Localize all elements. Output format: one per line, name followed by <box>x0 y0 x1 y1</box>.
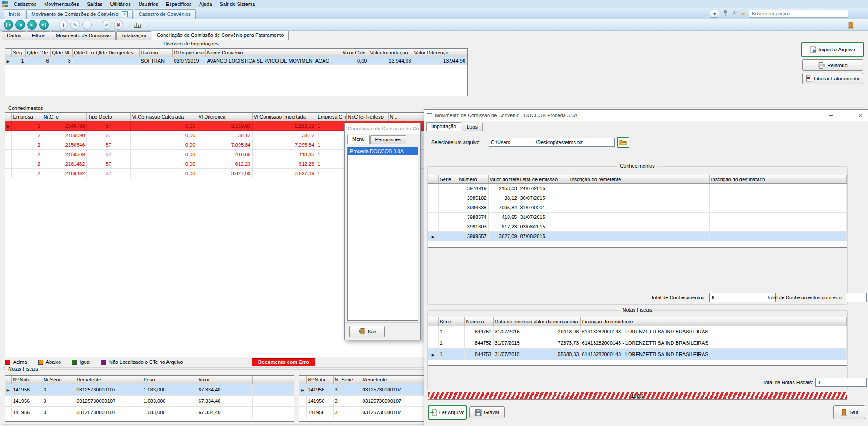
historico-grid: Seq.Qtde CTeQtde NFQtde ErroQtde Divirge… <box>5 48 468 96</box>
application-window: Cadastros Movimentações Saídas Utilitári… <box>0 0 868 426</box>
first-record-button[interactable]: ◀ <box>4 20 13 30</box>
menu-list: Proceda DOCCOB 3.0A <box>347 147 418 321</box>
close-tab-icon[interactable]: × <box>122 11 128 17</box>
star-icon[interactable]: ★ <box>740 10 746 17</box>
window-minimize-button[interactable] <box>824 110 838 121</box>
maximize-icon <box>844 114 848 117</box>
tab-menu[interactable]: Menu <box>347 135 370 144</box>
previous-record-button[interactable]: ◀ <box>15 20 25 30</box>
window-close-button[interactable]: × <box>853 110 868 121</box>
tab-inicio[interactable]: Início <box>4 9 25 19</box>
menu-dialog-footer: Sair <box>345 322 420 340</box>
next-record-button[interactable]: ▶ <box>27 20 37 30</box>
chart-button[interactable] <box>133 21 141 28</box>
menu-bar: Cadastros Movimentações Saídas Utilitári… <box>0 0 868 8</box>
tab-importacao[interactable]: Importação <box>426 122 461 131</box>
menu-item-especificos[interactable]: Específicos <box>162 1 195 7</box>
cancel-button[interactable]: ✘ <box>114 20 123 30</box>
total-notas-field[interactable]: 3 <box>815 378 867 387</box>
conciliacao-menu-dialog: Conciliação de Comissão de Co Menu Permi… <box>344 123 421 340</box>
total-conhecimentos-label: Total de Conhecimentos: <box>615 295 706 300</box>
relatorio-button[interactable]: Relatório <box>802 59 863 71</box>
table-row: 398518238,1230/07/2015 <box>428 193 847 203</box>
path-divider <box>534 139 534 145</box>
chevron-down-icon[interactable]: ▾ <box>710 10 719 18</box>
minimize-icon <box>829 115 833 116</box>
browse-file-button[interactable] <box>617 137 629 148</box>
progress-bar: 100% <box>428 392 847 400</box>
menu-item-sair-do-sistema[interactable]: Sair do Sistema <box>216 1 259 7</box>
button-label: Importar Arquivo <box>818 47 855 52</box>
legend-acima: Acima <box>5 359 27 365</box>
exit-system-button[interactable] <box>847 21 854 29</box>
tab-permissoes[interactable]: Permissões <box>370 135 406 144</box>
tab-dados[interactable]: Dados <box>2 31 26 40</box>
last-record-button[interactable]: ▶ <box>39 20 49 30</box>
legend-nao-localizado: Não Localizado o CTe no Arquivo <box>101 359 183 365</box>
menu-item-ajuda[interactable]: Ajuda <box>195 1 215 7</box>
save-disk-icon <box>475 409 482 416</box>
edit-record-button[interactable]: ✎ <box>70 20 80 30</box>
doccob-import-dialog: Movimento de Comissão de Convênio - DOCC… <box>424 109 868 426</box>
menu-item-utilitarios[interactable]: Utilitários <box>106 1 134 7</box>
menu-dialog-tabs: Menu Permissões <box>345 134 420 144</box>
page-tab-bar: Dados Filtros Movimento de Comissão Tota… <box>0 31 868 40</box>
tab-movimento-de-comissao[interactable]: Movimento de Comissão <box>51 31 116 40</box>
file-path-input[interactable]: C:\Users \Desktop\testetms.txt <box>489 138 615 147</box>
menu-item-saidas[interactable]: Saídas <box>83 1 106 7</box>
total-erro-label: Total de Conhecimentos com erro: <box>742 295 843 300</box>
tab-logs[interactable]: Logs <box>462 123 483 131</box>
minus-icon: − <box>85 21 89 29</box>
total-notas-label: Total de Notas Fiscais: <box>719 380 813 385</box>
row-marker-icon: ▶ <box>7 124 10 129</box>
dialog-title-bar[interactable]: Movimento de Comissão de Convênio - DOCC… <box>424 110 868 121</box>
notas-fiscais-left-grid: Nº NotaNr SérieRemetentePesoValor ▶ 1419… <box>5 375 294 422</box>
tab-conciliacao[interactable]: Conciliação de Comissão de Convênio para… <box>152 31 289 40</box>
tab-totalizacao[interactable]: Totalização <box>116 31 151 40</box>
bar-chart-icon <box>133 21 141 28</box>
sair-button[interactable]: Sair <box>349 326 385 337</box>
table-row: 1419563031257300001071.083,00067.334,40 <box>5 395 294 406</box>
plus-icon: + <box>61 21 65 29</box>
liberar-faturamento-button[interactable]: Liberar Faturamento <box>802 73 863 84</box>
pin-icon[interactable] <box>723 10 728 17</box>
importar-arquivo-button[interactable]: Importar Arquivo <box>801 42 864 57</box>
exit-door-icon <box>358 328 365 335</box>
tab-label: Cadastro de Convênios <box>139 11 191 17</box>
legend-color-acima <box>5 360 10 365</box>
notas-fiscais-right-grid: Nº NotaNr SérieRemetente ▶ 1419563031257… <box>299 375 426 422</box>
notas-fiscais-group-title: Notas Fiscais <box>6 366 40 372</box>
gravar-button[interactable]: Gravar <box>469 406 505 418</box>
tab-cadastro-convenios[interactable]: Cadastro de Convênios <box>134 9 196 19</box>
document-tab-bar: Início Movimento de Comissões de Convêni… <box>0 8 868 19</box>
ler-arquivo-button[interactable]: Ler Arquivo <box>428 405 467 420</box>
dialog-sair-button[interactable]: Sair <box>833 405 865 419</box>
confirm-button[interactable]: ✔ <box>102 20 111 30</box>
tab-filtros[interactable]: Filtros <box>27 31 50 40</box>
total-erro-field[interactable] <box>846 293 867 302</box>
window-maximize-button[interactable] <box>838 110 853 121</box>
menu-item-cadastros[interactable]: Cadastros <box>10 1 40 7</box>
dialog-title-bar[interactable]: Conciliação de Comissão de Co <box>345 123 420 134</box>
legend-abaixo: Abaixo <box>38 359 61 365</box>
invoice-icon <box>806 75 812 82</box>
tab-movimento-comissoes-convenio[interactable]: Movimento de Comissões de Convênio × <box>26 9 132 19</box>
button-label: Sair <box>849 410 858 415</box>
table-row: 3988574418,6531/07/2015 <box>428 212 847 222</box>
add-record-button[interactable]: + <box>59 20 68 30</box>
file-path-right: \Desktop\testetms.txt <box>536 139 583 145</box>
page-search-input[interactable] <box>749 10 848 18</box>
delete-record-button[interactable]: − <box>82 20 92 30</box>
row-marker-icon: ▶ <box>7 59 10 64</box>
last-icon: ▶ <box>42 23 45 27</box>
table-row: 184475231/07/201572873,7361413282000143 … <box>428 337 847 348</box>
table-row: 1419563031257300001071.083,00067.334,40 <box>5 406 294 418</box>
menu-item-movimentacoes[interactable]: Movimentações <box>40 1 83 7</box>
legend-igual: Igual <box>72 359 90 365</box>
menu-item-usuarios[interactable]: Usuários <box>135 1 162 7</box>
dialog-title: Conciliação de Comissão de Co <box>348 126 419 131</box>
legend-color-abaixo <box>38 360 43 365</box>
list-item-proceda-doccob[interactable]: Proceda DOCCOB 3.0A <box>348 147 418 155</box>
read-file-icon <box>430 409 437 416</box>
wrench-icon[interactable] <box>731 10 737 17</box>
